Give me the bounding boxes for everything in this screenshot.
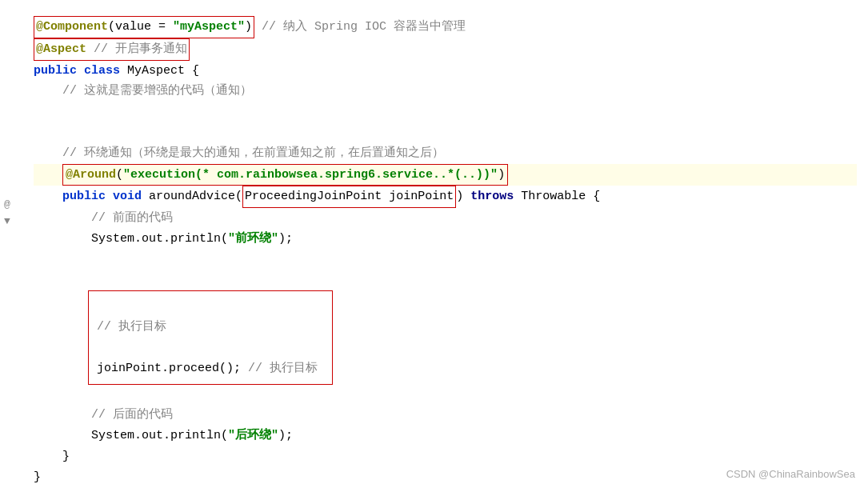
gutter-icon-at: @ bbox=[4, 198, 10, 210]
line-9: public void aroundAdvice(ProceedingJoinP… bbox=[34, 186, 857, 208]
line-7: // 环绕通知（环绕是最大的通知，在前置通知之前，在后置通知之后） bbox=[34, 143, 857, 164]
code-container: @ ▼ @Component(value = "myAspect") // 纳入… bbox=[0, 0, 868, 488]
watermark: CSDN @ChinaRainbowSea bbox=[726, 468, 855, 480]
line-box-start: // 执行目标 joinPoint.proceed(); // 执行目标 bbox=[82, 270, 857, 385]
line-8: @Around("execution(* com.rainbowsea.spri… bbox=[34, 164, 857, 186]
box-code: joinPoint.proceed(); // 执行目标 bbox=[97, 362, 318, 375]
line-2: @Aspect // 开启事务通知 bbox=[34, 38, 857, 61]
line-16: // 后面的代码 bbox=[34, 405, 857, 426]
gutter-icon-arrow: ▼ bbox=[4, 215, 10, 227]
line-15 bbox=[34, 385, 857, 406]
annotation-aspect: @Aspect bbox=[36, 42, 86, 56]
line-1: @Component(value = "myAspect") // 纳入 Spr… bbox=[34, 16, 857, 38]
line-5 bbox=[34, 102, 857, 122]
line-4: // 这就是需要增强的代码（通知） bbox=[34, 81, 857, 102]
box-comment: // 执行目标 bbox=[97, 320, 166, 334]
line-3: public class MyAspect { bbox=[34, 61, 857, 82]
line-18: } bbox=[34, 446, 857, 467]
line-10: // 前面的代码 bbox=[34, 208, 857, 229]
line-17: System.out.println("后环绕"); bbox=[34, 426, 857, 446]
line-12 bbox=[34, 250, 857, 270]
code-body: @Component(value = "myAspect") // 纳入 Spr… bbox=[22, 8, 868, 488]
line-11: System.out.println("前环绕"); bbox=[34, 229, 857, 250]
annotation-component: @Component bbox=[36, 20, 108, 34]
line-6 bbox=[34, 122, 857, 143]
gutter-icons: @ ▼ bbox=[4, 198, 10, 227]
